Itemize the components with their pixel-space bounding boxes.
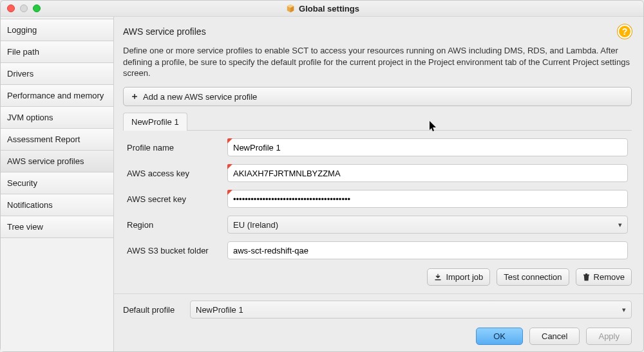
sidebar-item-label: File path [7, 47, 39, 57]
main: AWS service profiles ? Define one or mor… [114, 17, 643, 351]
plus-icon: ＋ [130, 91, 139, 102]
sidebar-item-performance[interactable]: Performance and memory [1, 84, 113, 107]
s3-folder-field[interactable] [227, 241, 628, 259]
profile-name-field[interactable] [227, 138, 628, 156]
test-connection-button[interactable]: Test connection [497, 268, 569, 286]
help-icon[interactable]: ? [618, 24, 632, 39]
sidebar-item-file-path[interactable]: File path [1, 41, 113, 63]
import-icon [434, 273, 442, 281]
sidebar-item-tree-view[interactable]: Tree view [1, 216, 113, 238]
separator [114, 293, 643, 294]
cancel-label: Cancel [542, 331, 567, 341]
tabs: NewProfile 1 [123, 113, 632, 131]
sidebar-item-label: Security [7, 178, 37, 188]
trash-icon [583, 273, 590, 281]
minimize-icon[interactable] [20, 5, 28, 12]
svg-rect-0 [435, 279, 441, 281]
sidebar-item-label: Logging [7, 25, 37, 35]
access-key-label: AWS access key [127, 169, 223, 178]
secret-key-field[interactable] [227, 190, 628, 208]
profile-actions: Import job Test connection Remove [123, 268, 632, 286]
window: Global settings Logging File path Driver… [0, 0, 644, 352]
sidebar-item-label: JVM options [7, 113, 53, 122]
sidebar: Logging File path Drivers Performance an… [1, 17, 114, 351]
add-profile-label: Add a new AWS service profile [143, 92, 257, 102]
default-profile-row: Default profile NewProfile 1 ▾ [123, 301, 632, 319]
sidebar-item-label: AWS service profiles [7, 156, 84, 166]
import-job-label: Import job [446, 272, 483, 282]
sidebar-item-label: Performance and memory [7, 91, 104, 100]
tab-newprofile-1[interactable]: NewProfile 1 [123, 113, 187, 131]
remove-button[interactable]: Remove [576, 268, 632, 286]
chevron-down-icon: ▾ [618, 221, 622, 229]
sidebar-item-drivers[interactable]: Drivers [1, 62, 113, 85]
titlebar: Global settings [1, 1, 643, 17]
add-profile-button[interactable]: ＋ Add a new AWS service profile [123, 87, 632, 106]
sidebar-item-assessment-report[interactable]: Assessment Report [1, 128, 113, 151]
package-icon [286, 4, 295, 13]
access-key-field[interactable] [227, 164, 628, 182]
sidebar-item-security[interactable]: Security [1, 172, 113, 194]
apply-label: Apply [598, 331, 620, 341]
ok-button[interactable]: OK [476, 328, 523, 345]
apply-button[interactable]: Apply [586, 328, 632, 345]
default-profile-value: NewProfile 1 [196, 305, 243, 315]
profile-form: Profile name AWS access key AWS secret k… [123, 131, 632, 264]
default-profile-select[interactable]: NewProfile 1 ▾ [190, 301, 632, 319]
sidebar-item-logging[interactable]: Logging [1, 19, 113, 41]
sidebar-item-label: Drivers [7, 69, 33, 79]
region-select[interactable]: EU (Ireland) ▾ [227, 216, 628, 234]
window-title-text: Global settings [299, 4, 359, 14]
page-title: AWS service profiles [123, 26, 206, 37]
heading-row: AWS service profiles ? [123, 24, 632, 39]
secret-key-label: AWS secret key [127, 194, 223, 204]
sidebar-item-aws-service-profiles[interactable]: AWS service profiles [1, 150, 113, 172]
region-value: EU (Ireland) [233, 220, 278, 230]
description: Define one or more service profiles to e… [123, 45, 632, 79]
default-profile-label: Default profile [123, 305, 184, 315]
sidebar-item-jvm-options[interactable]: JVM options [1, 106, 113, 129]
sidebar-item-label: Assessment Report [7, 134, 80, 144]
window-title: Global settings [47, 4, 598, 14]
zoom-icon[interactable] [33, 5, 41, 12]
dialog-footer: OK Cancel Apply [123, 319, 632, 345]
region-label: Region [127, 220, 223, 230]
tab-label: NewProfile 1 [131, 117, 179, 127]
import-job-button[interactable]: Import job [427, 268, 490, 286]
remove-label: Remove [594, 272, 625, 282]
ok-label: OK [493, 331, 506, 341]
body: Logging File path Drivers Performance an… [1, 17, 643, 351]
sidebar-item-label: Notifications [7, 200, 53, 210]
sidebar-item-notifications[interactable]: Notifications [1, 194, 113, 216]
close-icon[interactable] [7, 5, 15, 12]
sidebar-item-label: Tree view [7, 222, 43, 232]
window-controls [7, 5, 41, 12]
profile-name-label: Profile name [127, 143, 223, 153]
cancel-button[interactable]: Cancel [529, 328, 580, 345]
test-connection-label: Test connection [504, 272, 562, 282]
chevron-down-icon: ▾ [622, 306, 626, 314]
s3-folder-label: AWS S3 bucket folder [127, 246, 223, 255]
